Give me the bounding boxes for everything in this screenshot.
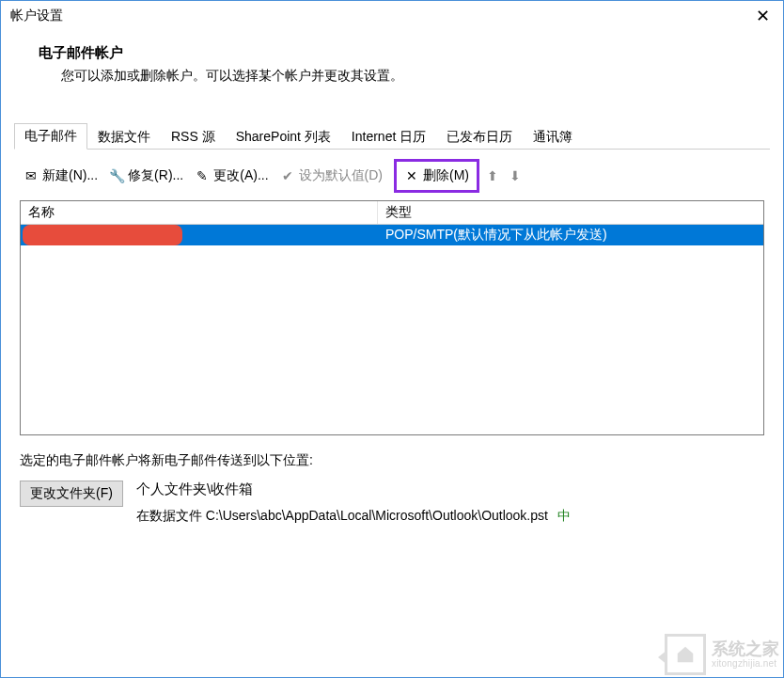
move-down-button[interactable]: ⬇ [506,168,525,183]
folder-path: 在数据文件 C:\Users\abc\AppData\Local\Microso… [136,508,764,525]
toolbar: ✉ 新建(N)... 🔧 修复(R)... ✎ 更改(A)... ✔ 设为默认值… [14,150,770,200]
tab-data-files[interactable]: 数据文件 [87,124,161,150]
delete-button[interactable]: ✕ 删除(M) [394,159,479,193]
set-default-button[interactable]: ✔ 设为默认值(D) [276,166,386,186]
tab-rss[interactable]: RSS 源 [161,124,226,150]
path-suffix: 中 [557,508,571,523]
tab-sharepoint[interactable]: SharePoint 列表 [226,124,341,150]
tab-email[interactable]: 电子邮件 [14,123,87,150]
tab-internet-calendar[interactable]: Internet 日历 [341,124,436,150]
folder-info: 个人文件夹\收件箱 在数据文件 C:\Users\abc\AppData\Loc… [136,481,764,525]
repair-label: 修复(R)... [128,167,183,184]
watermark-text: 系统之家 xitongzhijia.net [712,640,779,670]
tab-published-calendar[interactable]: 已发布日历 [436,124,523,150]
content-area: 电子邮件 数据文件 RSS 源 SharePoint 列表 Internet 日… [1,122,783,525]
redacted-block [23,225,182,245]
close-icon[interactable]: ✕ [751,6,774,26]
change-label: 更改(A)... [213,167,268,184]
delivery-intro: 选定的电子邮件帐户将新电子邮件传送到以下位置: [20,452,764,469]
cell-account-type: POP/SMTP(默认情况下从此帐户发送) [378,227,763,244]
new-label: 新建(N)... [42,167,98,184]
delivery-row: 更改文件夹(F) 个人文件夹\收件箱 在数据文件 C:\Users\abc\Ap… [20,481,764,525]
mail-new-icon: ✉ [24,168,39,183]
tab-address-book[interactable]: 通讯簿 [523,124,583,150]
column-header-type[interactable]: 类型 [378,201,763,224]
watermark: 系统之家 xitongzhijia.net [665,634,779,675]
set-default-label: 设为默认值(D) [299,167,383,184]
column-header-name[interactable]: 名称 [21,201,378,224]
table-row[interactable]: POP/SMTP(默认情况下从此帐户发送) [21,225,763,245]
new-button[interactable]: ✉ 新建(N)... [20,166,102,186]
change-folder-button[interactable]: 更改文件夹(F) [20,481,123,507]
check-circle-icon: ✔ [280,168,295,183]
path-prefix: 在数据文件 [136,508,206,523]
wrench-icon: 🔧 [109,168,124,183]
delete-label: 删除(M) [423,167,469,184]
edit-icon: ✎ [195,168,210,183]
window-title: 帐户设置 [10,8,63,24]
header-description: 您可以添加或删除帐户。可以选择某个帐户并更改其设置。 [39,62,745,100]
watermark-en: xitongzhijia.net [712,658,779,669]
change-button[interactable]: ✎ 更改(A)... [191,166,272,186]
accounts-table: 名称 类型 POP/SMTP(默认情况下从此帐户发送) [20,200,764,435]
table-header: 名称 类型 [21,201,763,225]
tabstrip: 电子邮件 数据文件 RSS 源 SharePoint 列表 Internet 日… [14,122,770,150]
folder-title: 个人文件夹\收件箱 [136,481,764,498]
header-title: 电子邮件帐户 [39,44,745,62]
move-up-button[interactable]: ⬆ [483,168,502,183]
delete-x-icon: ✕ [404,168,419,183]
path-value: C:\Users\abc\AppData\Local\Microsoft\Out… [206,508,548,523]
delivery-block: 选定的电子邮件帐户将新电子邮件传送到以下位置: 更改文件夹(F) 个人文件夹\收… [14,435,770,525]
cell-account-name [21,225,378,245]
header-block: 电子邮件帐户 您可以添加或删除帐户。可以选择某个帐户并更改其设置。 [1,31,783,105]
home-icon [665,634,706,675]
account-settings-window: 帐户设置 ✕ 电子邮件帐户 您可以添加或删除帐户。可以选择某个帐户并更改其设置。… [0,0,784,678]
repair-button[interactable]: 🔧 修复(R)... [105,166,187,186]
titlebar: 帐户设置 ✕ [1,1,783,31]
watermark-cn: 系统之家 [712,640,779,659]
